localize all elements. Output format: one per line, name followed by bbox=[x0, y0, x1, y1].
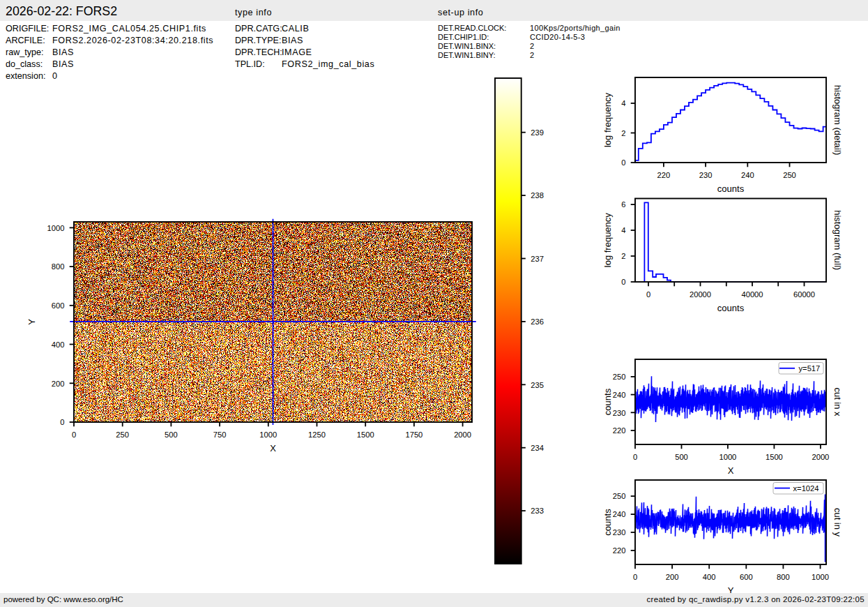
svg-text:1500: 1500 bbox=[357, 430, 374, 439]
svg-text:238: 238 bbox=[531, 191, 544, 200]
svg-text:1000: 1000 bbox=[719, 453, 736, 461]
svg-text:2: 2 bbox=[621, 252, 625, 260]
svg-text:1000: 1000 bbox=[47, 224, 65, 232]
svg-text:200: 200 bbox=[52, 380, 65, 388]
svg-text:counts: counts bbox=[602, 388, 613, 415]
svg-text:1000: 1000 bbox=[259, 430, 277, 439]
svg-text:600: 600 bbox=[740, 573, 753, 581]
svg-text:230: 230 bbox=[699, 171, 713, 179]
svg-text:histogram (detail): histogram (detail) bbox=[832, 85, 843, 155]
svg-text:cut in x: cut in x bbox=[832, 387, 843, 417]
svg-text:1000: 1000 bbox=[812, 573, 829, 581]
svg-text:0: 0 bbox=[633, 453, 637, 461]
svg-text:234: 234 bbox=[531, 444, 544, 452]
svg-text:500: 500 bbox=[165, 430, 178, 439]
svg-text:X: X bbox=[270, 443, 276, 454]
svg-text:histogram (full): histogram (full) bbox=[832, 210, 843, 270]
svg-text:x=1024: x=1024 bbox=[793, 484, 819, 493]
svg-text:40000: 40000 bbox=[741, 290, 763, 299]
svg-text:log frequency: log frequency bbox=[602, 213, 613, 268]
svg-text:0: 0 bbox=[633, 573, 637, 581]
svg-text:500: 500 bbox=[675, 453, 688, 461]
svg-text:200: 200 bbox=[666, 573, 679, 581]
svg-text:240: 240 bbox=[741, 171, 754, 179]
svg-text:250: 250 bbox=[613, 373, 626, 381]
svg-text:237: 237 bbox=[531, 255, 544, 263]
svg-text:counts: counts bbox=[602, 509, 613, 536]
svg-text:counts: counts bbox=[717, 303, 745, 313]
svg-text:220: 220 bbox=[657, 171, 671, 179]
svg-text:X: X bbox=[728, 465, 734, 476]
svg-text:1250: 1250 bbox=[308, 430, 326, 439]
svg-text:log frequency: log frequency bbox=[602, 92, 613, 147]
svg-text:60000: 60000 bbox=[793, 290, 815, 299]
svg-text:600: 600 bbox=[52, 301, 65, 310]
svg-text:800: 800 bbox=[777, 573, 790, 581]
svg-text:0: 0 bbox=[621, 278, 625, 286]
svg-text:230: 230 bbox=[613, 409, 626, 417]
svg-text:1750: 1750 bbox=[405, 430, 422, 439]
svg-text:0: 0 bbox=[60, 418, 64, 426]
svg-text:250: 250 bbox=[783, 171, 796, 179]
svg-text:750: 750 bbox=[213, 430, 227, 439]
svg-text:250: 250 bbox=[613, 492, 626, 500]
svg-text:800: 800 bbox=[52, 262, 65, 271]
svg-text:400: 400 bbox=[52, 340, 65, 349]
svg-text:235: 235 bbox=[531, 381, 544, 389]
svg-text:Y: Y bbox=[26, 319, 37, 325]
svg-text:240: 240 bbox=[613, 391, 626, 399]
svg-text:2000: 2000 bbox=[812, 453, 829, 461]
svg-text:2: 2 bbox=[621, 129, 625, 137]
svg-text:0: 0 bbox=[621, 158, 625, 167]
svg-text:1500: 1500 bbox=[766, 453, 783, 461]
svg-text:239: 239 bbox=[531, 128, 544, 137]
svg-text:counts: counts bbox=[717, 183, 745, 194]
svg-text:236: 236 bbox=[531, 317, 544, 326]
svg-text:0: 0 bbox=[72, 430, 76, 439]
svg-text:6: 6 bbox=[621, 200, 625, 209]
svg-text:y=517: y=517 bbox=[799, 364, 821, 373]
svg-text:220: 220 bbox=[613, 546, 626, 555]
svg-text:0: 0 bbox=[646, 290, 650, 299]
svg-text:cut in y: cut in y bbox=[832, 508, 843, 537]
svg-text:240: 240 bbox=[613, 510, 626, 518]
svg-text:2000: 2000 bbox=[454, 430, 471, 439]
svg-text:233: 233 bbox=[531, 507, 544, 515]
svg-text:4: 4 bbox=[621, 99, 625, 107]
svg-text:250: 250 bbox=[116, 430, 129, 439]
svg-text:4: 4 bbox=[621, 226, 625, 234]
svg-text:220: 220 bbox=[613, 426, 626, 435]
svg-text:400: 400 bbox=[703, 573, 716, 581]
svg-text:230: 230 bbox=[613, 528, 626, 537]
svg-text:20000: 20000 bbox=[690, 290, 711, 299]
